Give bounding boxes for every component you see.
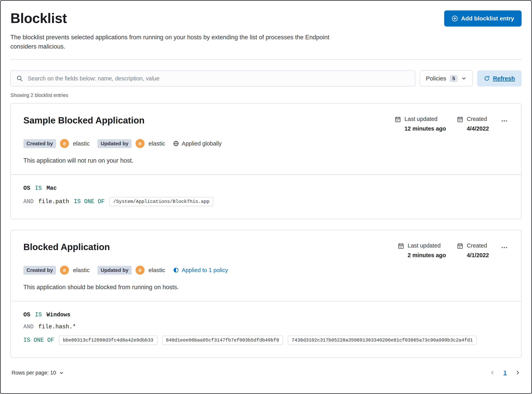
entry-meta: Last updated 12 minutes ago Created	[395, 115, 509, 132]
search-input[interactable]	[27, 75, 409, 82]
created-col: Created 4/1/2022	[467, 242, 489, 259]
calendar-icon	[398, 243, 404, 249]
add-blocklist-entry-button[interactable]: Add blocklist entry	[444, 10, 522, 26]
updated-by-user: elastic	[148, 140, 165, 147]
avatar: e	[60, 139, 69, 148]
criteria-value: Windows	[46, 312, 71, 318]
created-by-user: elastic	[73, 140, 90, 147]
chevron-right-icon	[515, 370, 521, 376]
refresh-label: Refresh	[493, 75, 515, 82]
refresh-icon	[484, 76, 490, 81]
created-label: Created	[467, 116, 489, 122]
criteria-value-pill: 840d1eee06baa05cf3147fb7ef003b5dfdb49bf8	[162, 336, 283, 345]
entry-meta: Last updated 2 minutes ago Created	[398, 242, 509, 259]
entry-criteria: OS IS Mac AND file.path IS ONE OF /Syste…	[11, 174, 521, 219]
globe-icon	[173, 140, 179, 146]
chevron-down-icon	[59, 370, 64, 376]
criteria-operator: IS	[35, 312, 42, 318]
search-icon	[16, 75, 23, 82]
criteria-field: file.path	[38, 198, 69, 205]
last-updated-label: Last updated	[405, 116, 446, 122]
rows-per-page-label: Rows per page: 10	[12, 370, 56, 376]
entry-card-head: Blocked Application Last updated 2 minut…	[23, 242, 509, 259]
criteria-operator: IS ONE OF	[74, 198, 105, 205]
avatar: e	[136, 266, 145, 275]
criteria-line: IS ONE OF bbe80313cf12098d3fc4d8a42e9dbb…	[23, 336, 509, 345]
table-footer: Rows per page: 10 1	[10, 369, 522, 386]
created-col: Created 4/4/2022	[467, 116, 489, 132]
entry-title: Sample Blocked Application	[23, 115, 145, 126]
created-by-user: elastic	[73, 267, 90, 274]
updated-by-user: elastic	[148, 267, 165, 274]
dots-menu-icon	[501, 118, 507, 124]
blocklist-entry-card: Sample Blocked Application Last updated …	[10, 103, 522, 219]
criteria-and: AND	[23, 198, 34, 205]
criteria-operator: IS ONE OF	[23, 337, 54, 343]
entry-actions-menu-button[interactable]	[500, 117, 509, 126]
page-header: Blocklist Add blocklist entry	[10, 0, 522, 26]
criteria-value-pill: bbe80313cf12098d3fc4d8a42e9dbb33	[59, 336, 157, 345]
last-updated-meta: Last updated 2 minutes ago	[398, 242, 446, 259]
entry-description: This application will not run on your ho…	[23, 157, 509, 164]
refresh-button[interactable]: Refresh	[477, 70, 522, 87]
last-updated-meta: Last updated 12 minutes ago	[395, 116, 446, 132]
entry-badges-row: Created by e elastic Updated by e elasti…	[23, 266, 509, 275]
blocklist-entry-card: Blocked Application Last updated 2 minut…	[10, 230, 522, 358]
chevron-left-icon	[489, 370, 495, 376]
blocklist-page: Blocklist Add blocklist entry The blockl…	[0, 0, 532, 386]
entry-card-head: Sample Blocked Application Last updated …	[23, 115, 509, 132]
criteria-operator: IS	[35, 185, 42, 192]
entry-actions-menu-button[interactable]	[500, 243, 509, 252]
policies-count-badge: 5	[450, 75, 457, 82]
scope-label: Applied globally	[182, 140, 222, 147]
created-value: 4/1/2022	[467, 252, 489, 259]
criteria-field: OS	[23, 312, 30, 318]
policies-label: Policies	[426, 75, 446, 82]
last-updated-value: 2 minutes ago	[408, 252, 446, 259]
results-count: Showing 2 blocklist entries	[10, 92, 522, 98]
toolbar: Policies 5 Refresh	[10, 70, 522, 87]
page-description: The blocklist prevents selected applicat…	[10, 33, 340, 51]
criteria-field: OS	[23, 185, 30, 192]
entry-title: Blocked Application	[23, 242, 110, 252]
created-by-badge: Created by	[23, 266, 56, 275]
criteria-field: file.hash.*	[38, 324, 76, 330]
criteria-line: OS IS Windows	[23, 312, 509, 318]
created-meta: Created 4/4/2022	[457, 116, 489, 132]
last-updated-col: Last updated 2 minutes ago	[408, 242, 446, 259]
pagination: 1	[489, 369, 522, 377]
created-meta: Created 4/1/2022	[457, 242, 489, 259]
entry-badges-row: Created by e elastic Updated by e elasti…	[23, 139, 509, 148]
criteria-value-pill: 7438d3102c317b05228a350891363340206e81cf…	[288, 336, 477, 345]
next-page-button[interactable]	[514, 369, 522, 377]
header-divider	[10, 59, 522, 60]
page-1-button[interactable]: 1	[503, 370, 507, 376]
criteria-value-pill: /System/Applications/BlockThis.app	[109, 197, 213, 206]
prev-page-button[interactable]	[489, 369, 496, 377]
criteria-line: OS IS Mac	[23, 185, 509, 192]
calendar-icon	[457, 116, 463, 123]
add-blocklist-entry-label: Add blocklist entry	[461, 15, 514, 22]
chevron-down-icon	[461, 76, 466, 81]
created-value: 4/4/2022	[467, 125, 489, 132]
criteria-and: AND	[23, 324, 34, 330]
applied-policies-link[interactable]: Applied to 1 policy	[173, 267, 228, 274]
criteria-line: AND file.path IS ONE OF /System/Applicat…	[23, 197, 509, 206]
calendar-icon	[457, 243, 463, 249]
created-label: Created	[467, 242, 489, 249]
plus-in-circle-icon	[452, 15, 458, 22]
entry-criteria: OS IS Windows AND file.hash.* IS ONE OF …	[11, 301, 521, 358]
rows-per-page-selector[interactable]: Rows per page: 10	[10, 370, 65, 376]
applied-globally-scope: Applied globally	[173, 140, 222, 147]
policies-dropdown[interactable]: Policies 5	[420, 70, 473, 87]
entry-card-main: Blocked Application Last updated 2 minut…	[11, 230, 521, 301]
updated-by-badge: Updated by	[97, 266, 132, 275]
criteria-line: AND file.hash.*	[23, 324, 509, 330]
search-box[interactable]	[10, 70, 415, 87]
policy-partial-icon	[173, 267, 179, 273]
criteria-value: Mac	[46, 185, 57, 192]
avatar: e	[136, 139, 145, 148]
created-by-badge: Created by	[23, 139, 56, 148]
scope-label: Applied to 1 policy	[182, 267, 228, 274]
last-updated-label: Last updated	[408, 242, 446, 249]
